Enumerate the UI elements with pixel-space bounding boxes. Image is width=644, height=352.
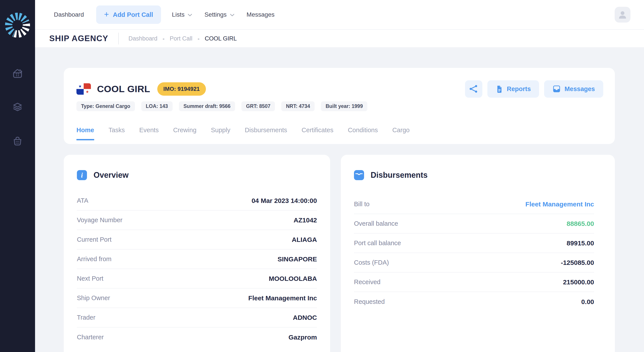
sidebar-home-button[interactable]	[11, 67, 24, 80]
user-avatar[interactable]	[615, 7, 630, 22]
title-divider	[118, 33, 119, 44]
person-icon	[618, 10, 627, 19]
disbursements-row-requested: Requested0.00	[354, 292, 594, 312]
app-logo[interactable]	[5, 13, 30, 38]
breadcrumb-port-call[interactable]: Port Call	[170, 35, 192, 42]
basket-icon	[11, 134, 24, 147]
cards-row: i Overview ATA04 Mar 2023 14:00:00Voyage…	[64, 155, 615, 352]
row-value[interactable]: Fleet Management Inc	[526, 201, 594, 208]
row-label: Bill to	[354, 201, 370, 208]
overview-row-next-port: Next PortMOOLOOLABA	[77, 269, 317, 289]
ship-tabs: HomeTasksEventsCrewingSupplyDisbursement…	[76, 126, 603, 140]
overview-title: Overview	[94, 171, 128, 180]
layers-icon	[11, 101, 24, 113]
row-value: SINGAPORE	[278, 256, 317, 263]
sidebar-basket-button[interactable]	[11, 134, 24, 147]
nav-messages-label: Messages	[247, 11, 275, 18]
row-label: Overall balance	[354, 220, 398, 227]
overview-row-trader: TraderADNOC	[77, 308, 317, 328]
row-label: Charterer	[77, 334, 104, 341]
nav-settings-label: Settings	[204, 11, 226, 18]
sidebar-layers-button[interactable]	[11, 101, 24, 113]
chevron-down-icon	[230, 14, 234, 16]
row-value: MOOLOOLABA	[269, 275, 317, 282]
reports-label: Reports	[507, 85, 531, 93]
chevron-down-icon	[188, 14, 192, 16]
row-value: ALIAGA	[292, 236, 317, 243]
row-label: Next Port	[77, 275, 104, 282]
plus-icon: +	[104, 10, 109, 18]
ship-title-row: COOL GIRL IMO: 9194921	[76, 80, 603, 98]
tab-supply[interactable]: Supply	[211, 126, 230, 140]
row-label: Requested	[354, 298, 385, 305]
reports-button[interactable]: Reports	[488, 80, 539, 98]
ship-tags-row: Type: General CargoLOA: 143Summer draft:…	[76, 101, 603, 111]
nav-item-lists[interactable]: Lists	[172, 11, 192, 18]
breadcrumb: Dashboard-Port Call-COOL GIRL	[128, 35, 236, 42]
main-content: COOL GIRL IMO: 9194921	[35, 47, 644, 352]
report-file-icon	[496, 85, 503, 93]
overview-row-arrived-from: Arrived fromSINGAPORE	[77, 250, 317, 269]
breadcrumb-cool-girl: COOL GIRL	[205, 35, 237, 42]
overview-row-ata: ATA04 Mar 2023 14:00:00	[77, 191, 317, 211]
add-port-call-label: Add Port Call	[113, 11, 153, 18]
row-value: ADNOC	[293, 314, 317, 321]
info-icon: i	[77, 170, 87, 180]
disbursements-rows: Bill toFleet Management IncOverall balan…	[354, 195, 594, 312]
app-root: Dashboard + Add Port Call Lists Settings…	[0, 0, 644, 352]
ship-actions: Reports Messages	[465, 80, 603, 98]
row-value: Gazprom	[288, 334, 317, 341]
tab-disbursements[interactable]: Disbursements	[245, 126, 287, 140]
row-label: Current Port	[77, 236, 112, 243]
ship-tag-grt: GRT: 8507	[242, 101, 275, 111]
row-label: Trader	[77, 314, 95, 321]
tab-home[interactable]: Home	[76, 126, 94, 140]
nav-item-dashboard[interactable]: Dashboard	[54, 11, 84, 18]
overview-row-ship-owner: Ship OwnerFleet Management Inc	[77, 289, 317, 308]
row-label: Arrived from	[77, 256, 112, 263]
tab-conditions[interactable]: Conditions	[348, 126, 378, 140]
row-label: ATA	[77, 197, 88, 204]
disbursements-row-costs-fda: Costs (FDA)-125085.00	[354, 253, 594, 273]
page-title: SHIP AGENCY	[49, 34, 108, 43]
messages-button[interactable]: Messages	[544, 80, 603, 98]
add-port-call-button[interactable]: + Add Port Call	[96, 5, 161, 24]
page-header: SHIP AGENCY Dashboard-Port Call-COOL GIR…	[35, 30, 644, 47]
top-nav: Dashboard + Add Port Call Lists Settings…	[35, 0, 644, 29]
overview-row-voyage-number: Voyage NumberAZ1042	[77, 211, 317, 230]
disbursements-row-received: Received215000.00	[354, 273, 594, 292]
house-icon	[11, 67, 24, 80]
overview-card: i Overview ATA04 Mar 2023 14:00:00Voyage…	[64, 155, 330, 352]
tab-certificates[interactable]: Certificates	[302, 126, 334, 140]
ship-tag-type: Type: General Cargo	[76, 101, 135, 111]
row-value: 04 Mar 2023 14:00:00	[252, 197, 317, 204]
row-value: Fleet Management Inc	[248, 295, 317, 302]
row-value: -125085.00	[561, 259, 594, 266]
panama-flag-icon	[76, 83, 91, 95]
tab-crewing[interactable]: Crewing	[173, 126, 196, 140]
row-value: 215000.00	[563, 279, 594, 286]
breadcrumb-dashboard[interactable]: Dashboard	[128, 35, 157, 42]
disbursements-row-port-call-balance: Port call balance89915.00	[354, 234, 594, 253]
ship-tag-nrt: NRT: 4734	[281, 101, 314, 111]
nav-lists-label: Lists	[172, 11, 185, 18]
row-label: Port call balance	[354, 240, 401, 247]
breadcrumb-separator: -	[163, 35, 164, 42]
nav-dashboard-label: Dashboard	[54, 11, 84, 18]
disbursements-row-bill-to: Bill toFleet Management Inc	[354, 195, 594, 214]
nav-item-settings[interactable]: Settings	[204, 11, 234, 18]
share-button[interactable]	[465, 80, 482, 98]
disbursements-card: Disbursements Bill toFleet Management In…	[341, 155, 615, 352]
ship-tag-built-year: Built year: 1999	[321, 101, 367, 111]
ship-name: COOL GIRL	[97, 84, 150, 94]
row-value: 0.00	[581, 298, 594, 306]
nav-item-messages[interactable]: Messages	[247, 11, 275, 18]
disbursements-title: Disbursements	[371, 171, 428, 180]
row-label: Voyage Number	[77, 217, 122, 224]
tab-events[interactable]: Events	[139, 126, 159, 140]
row-label: Costs (FDA)	[354, 259, 389, 266]
sidebar	[0, 0, 35, 352]
tab-tasks[interactable]: Tasks	[109, 126, 125, 140]
tab-cargo[interactable]: Cargo	[392, 126, 410, 140]
share-icon	[469, 84, 478, 94]
